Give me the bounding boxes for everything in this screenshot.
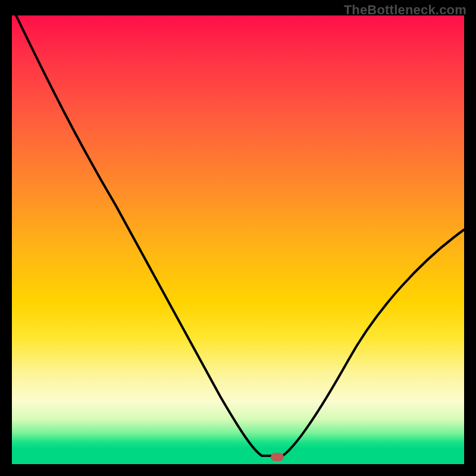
optimal-point-marker: [271, 453, 284, 461]
curve-path: [16, 15, 464, 456]
watermark-text: TheBottleneck.com: [344, 2, 466, 18]
bottleneck-curve: [12, 15, 464, 464]
chart-frame: TheBottleneck.com: [0, 0, 476, 476]
